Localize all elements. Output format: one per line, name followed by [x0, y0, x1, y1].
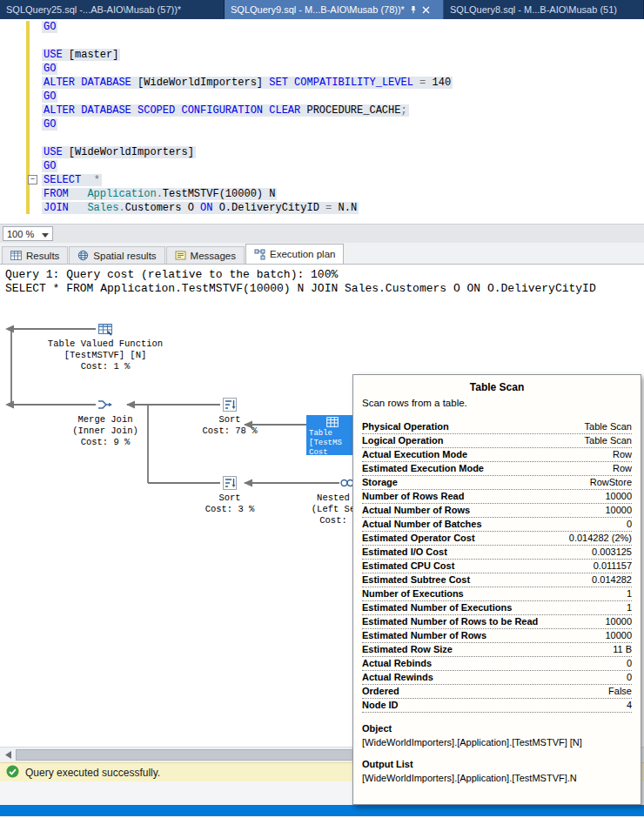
code-line[interactable]: ALTER DATABASE SCOPED CONFIGURATION CLEA…: [0, 104, 644, 117]
plan-statement-line: SELECT * FROM Application.TestMSTVF(1000…: [5, 282, 596, 296]
plan-node-label: [TestMS: [309, 439, 355, 448]
execution-plan-icon: [254, 249, 265, 260]
tooltip-row-value: Row: [613, 449, 632, 460]
tooltip-row-label: Number of Rows Read: [362, 491, 464, 502]
plan-node-sort-78[interactable]: SortCost: 78 %: [160, 397, 299, 437]
tab-label: Messages: [191, 251, 236, 261]
close-icon[interactable]: [422, 6, 430, 14]
tab-results[interactable]: Results: [2, 246, 68, 264]
code-line[interactable]: GO: [0, 117, 644, 131]
tooltip-row: Estimated Number of Rows to be Read10000: [362, 615, 632, 629]
plan-node-label: (Inner Join): [72, 426, 138, 437]
tooltip-row: Estimated Row Size11 B: [362, 643, 632, 657]
tooltip-row-label: Estimated Operator Cost: [362, 533, 475, 544]
document-tab[interactable]: SQLQuery25.sql -...AB-AIO\Musab (57))*: [0, 0, 225, 19]
code-lines: GO USE [master]GOALTER DATABASE [WideWor…: [0, 20, 644, 215]
tooltip-row-value: 0: [627, 672, 632, 683]
plan-node-label: Sort: [218, 414, 240, 426]
tooltip-row: StorageRowStore: [362, 476, 632, 490]
plan-node-label: Merge Join: [77, 414, 132, 426]
tooltip-row: Actual Number of Rows10000: [362, 504, 632, 518]
tooltip-row: Logical OperationTable Scan: [362, 434, 632, 448]
tooltip-row: Actual Execution ModeRow: [362, 448, 632, 462]
tooltip-row-value: 10000: [605, 505, 632, 516]
plan-node-table-scan[interactable]: Table[TestMSCost: [306, 415, 355, 455]
tooltip-row-label: Estimated Subtree Cost: [362, 574, 470, 586]
code-line[interactable]: GO: [0, 90, 644, 104]
tooltip-row-value: 11 B: [613, 644, 632, 655]
tooltip-row-value: 0.014282: [592, 574, 632, 586]
tab-messages[interactable]: Messages: [166, 246, 245, 264]
tooltip-sections: Object[WideWorldImporters].[Application]…: [362, 723, 632, 784]
tooltip-row: Estimated Number of Rows10000: [362, 629, 632, 643]
plan-node-label: Cost: 78 %: [202, 426, 257, 437]
code-text: ALTER DATABASE [WideWorldImporters] SET …: [42, 77, 453, 89]
tooltip-row-label: Estimated Execution Mode: [362, 463, 484, 474]
code-line[interactable]: FROM Application.TestMSTVF(10000) N: [0, 187, 644, 201]
pin-icon[interactable]: [409, 5, 418, 14]
spatial-results-icon: [77, 250, 89, 261]
code-line[interactable]: USE [WideWorldImporters]: [0, 145, 644, 159]
merge-join-icon: [97, 397, 113, 412]
code-line[interactable]: [0, 34, 644, 48]
tooltip-row-label: Actual Number of Rows: [362, 505, 470, 516]
zoom-value: 100 %: [7, 229, 34, 239]
results-grid-icon: [10, 250, 22, 261]
tab-execution-plan[interactable]: Execution plan: [245, 244, 344, 264]
tooltip-row: Estimated I/O Cost0.003125: [362, 546, 632, 560]
code-line[interactable]: GO: [0, 62, 644, 76]
code-text: USE [master]: [42, 49, 120, 61]
code-line[interactable]: [0, 131, 644, 145]
plan-cost-line: Query 1: Query cost (relative to the bat…: [5, 268, 596, 282]
tooltip-row-value: 1: [627, 588, 632, 600]
zoom-dropdown[interactable]: 100 %: [3, 226, 53, 241]
tooltip-row-label: Estimated I/O Cost: [362, 546, 447, 558]
code-line[interactable]: USE [master]: [0, 48, 644, 62]
plan-node-label: Cost:: [319, 515, 347, 526]
document-tab[interactable]: SQLQuery8.sql - M...B-AIO\Musab (51): [444, 0, 644, 19]
tooltip-row-value: RowStore: [590, 477, 632, 488]
code-line[interactable]: ALTER DATABASE [WideWorldImporters] SET …: [0, 76, 644, 90]
tooltip-row: Estimated Execution ModeRow: [362, 462, 632, 476]
plan-node-label: Cost: 3 %: [205, 504, 255, 515]
tooltip-row-value: 0.011157: [594, 560, 632, 572]
tooltip-row-value: 0: [627, 519, 632, 530]
tooltip-row: Estimated Operator Cost0.014282 (2%): [362, 532, 632, 546]
code-text: GO: [42, 160, 57, 172]
plan-node-label: [TestMSTVF] [N]: [64, 350, 147, 361]
tooltip-row-label: Physical Operation: [362, 421, 449, 432]
tooltip-row-label: Ordered: [362, 686, 399, 697]
code-line[interactable]: SELECT *: [0, 173, 644, 187]
tooltip-section: Object[WideWorldImporters].[Application]…: [362, 723, 632, 748]
tooltip-row-value: 1: [627, 602, 632, 614]
tab-label: Spatial results: [93, 251, 156, 261]
tooltip-row-value: 0.014282 (2%): [569, 533, 632, 544]
tooltip-row: Number of Executions1: [362, 587, 632, 601]
scroll-left-arrow-icon[interactable]: [0, 748, 16, 762]
code-text: JOIN Sales.Customers O ON O.DeliveryCity…: [42, 202, 359, 214]
table-scan-tooltip: Table Scan Scan rows from a table. Physi…: [352, 374, 641, 805]
success-icon: [6, 765, 19, 781]
code-line[interactable]: GO: [0, 20, 644, 34]
tab-spatial-results[interactable]: Spatial results: [69, 246, 164, 264]
code-line[interactable]: JOIN Sales.Customers O ON O.DeliveryCity…: [0, 201, 644, 215]
tooltip-row-label: Actual Rebinds: [362, 658, 432, 669]
tab-label: SQLQuery8.sql - M...B-AIO\Musab (51): [450, 4, 617, 15]
plan-node-label: (Left Se: [312, 504, 355, 515]
document-tab[interactable]: SQLQuery9.sql - M...B-AIO\Musab (78))*: [225, 0, 444, 19]
tooltip-row: Node ID4: [362, 699, 632, 713]
tooltip-title: Table Scan: [362, 381, 632, 393]
tooltip-row: Estimated Subtree Cost0.014282: [362, 573, 632, 587]
plan-node-table-valued-function[interactable]: Table Valued Function[TestMSTVF] [N]Cost…: [36, 321, 175, 372]
tab-label: Execution plan: [270, 249, 335, 259]
tooltip-rows: Physical OperationTable ScanLogical Oper…: [362, 420, 632, 713]
plan-node-label: Cost: 1 %: [81, 361, 131, 372]
tooltip-row: Actual Rewinds0: [362, 671, 632, 685]
tooltip-row-label: Actual Number of Batches: [362, 519, 482, 530]
code-line[interactable]: GO: [0, 159, 644, 173]
sql-editor[interactable]: − GO USE [master]GOALTER DATABASE [WideW…: [0, 19, 644, 224]
plan-node-merge-join[interactable]: Merge Join(Inner Join)Cost: 9 %: [36, 397, 175, 448]
dropdown-arrow-icon: [42, 229, 49, 239]
tooltip-row-label: Estimated Number of Executions: [362, 602, 512, 614]
tooltip-row-label: Actual Execution Mode: [362, 449, 467, 460]
